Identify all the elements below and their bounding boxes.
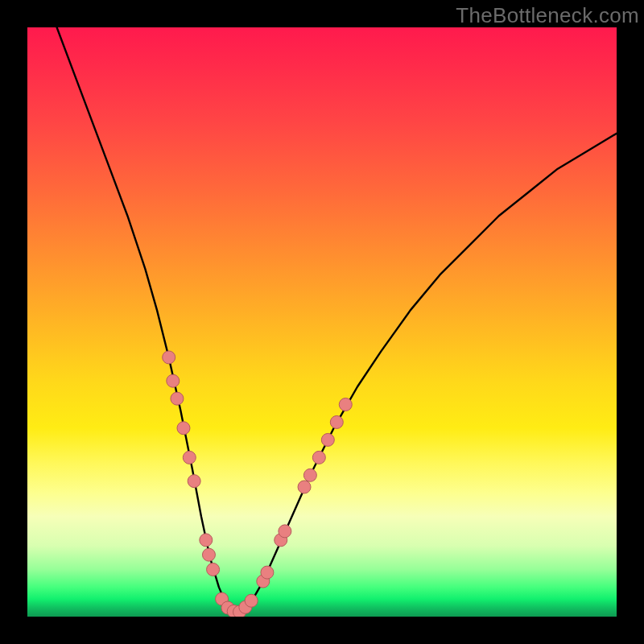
- curve-point: [177, 422, 190, 435]
- curve-point: [298, 481, 311, 493]
- curve-point: [207, 563, 220, 576]
- curve-point: [330, 415, 343, 428]
- curve-point: [245, 594, 258, 607]
- curve-point: [202, 548, 215, 561]
- chart-frame: TheBottleneck.com: [0, 0, 644, 644]
- curve-point: [171, 392, 184, 405]
- curve-point: [200, 534, 213, 547]
- bottleneck-curve: [57, 27, 617, 612]
- curve-point: [321, 433, 334, 446]
- curve-point: [303, 469, 316, 481]
- curve-point: [312, 451, 325, 464]
- plot-area: [27, 27, 617, 617]
- curve-point: [279, 525, 291, 538]
- curve-point: [167, 374, 180, 387]
- curve-point: [183, 451, 196, 464]
- curve-point: [339, 398, 352, 411]
- curve-point: [163, 351, 175, 364]
- chart-svg: [27, 27, 617, 617]
- curve-point: [261, 566, 274, 579]
- curve-point: [188, 475, 200, 488]
- watermark-text: TheBottleneck.com: [456, 3, 639, 28]
